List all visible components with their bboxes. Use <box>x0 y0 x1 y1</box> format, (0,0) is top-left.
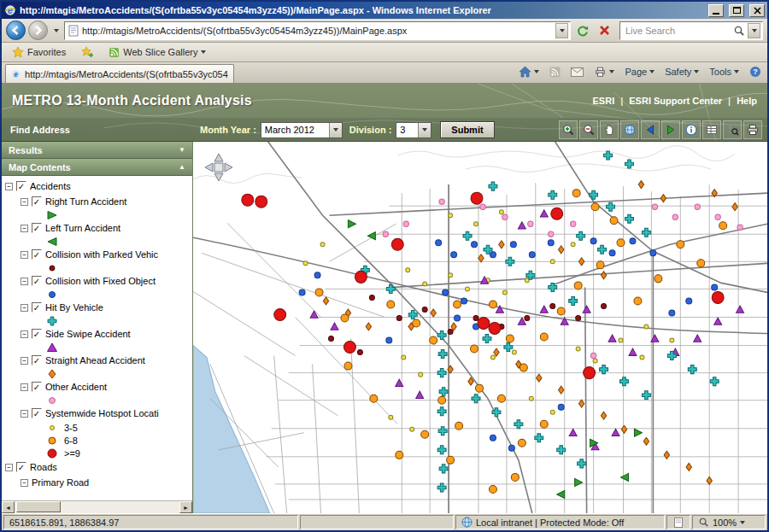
tool-previous-extent-button[interactable] <box>641 120 660 139</box>
zoom-control[interactable]: 100% <box>692 515 766 529</box>
collapse-up-icon[interactable]: ▲ <box>179 163 185 171</box>
scrollbar-track[interactable] <box>15 501 179 513</box>
tool-zoom-out-button[interactable] <box>579 120 598 139</box>
mail-icon <box>571 67 584 77</box>
tool-find-button[interactable] <box>723 120 742 139</box>
tool-print-button[interactable] <box>743 120 762 139</box>
tool-pan-button[interactable] <box>600 120 619 139</box>
accident-map[interactable] <box>193 142 767 513</box>
expander-icon[interactable]: − <box>21 198 28 206</box>
tree-item-primary-road[interactable]: −Primary Road <box>5 475 192 490</box>
results-panel-header[interactable]: Results ▼ <box>2 142 192 159</box>
pan-control[interactable] <box>203 152 234 183</box>
read-mail-button[interactable] <box>568 66 586 79</box>
tree-item-side-swipe-accident[interactable]: −✓Side Swipe Accident <box>5 326 192 342</box>
expander-icon[interactable]: − <box>21 278 28 285</box>
safety-menu-button[interactable]: Safety <box>662 65 701 79</box>
layer-checkbox[interactable]: ✓ <box>32 196 42 207</box>
refresh-icon <box>576 24 590 38</box>
page-menu-button[interactable]: Page <box>622 65 657 79</box>
layer-checkbox[interactable]: ✓ <box>32 355 42 365</box>
tree-item-roads[interactable]: −✓Roads <box>5 459 192 475</box>
tree-item-systemwide-hotspot-locati[interactable]: −✓Systemwide Hotspot Locati <box>5 406 192 421</box>
division-select[interactable]: 3 <box>396 122 431 138</box>
expander-icon[interactable]: − <box>21 357 28 365</box>
search-icon[interactable] <box>733 25 745 37</box>
layer-checkbox[interactable]: ✓ <box>16 462 26 472</box>
title-bar[interactable]: e http://mtagis/MetroAccidents/(S(ofrtba… <box>2 2 767 19</box>
address-dropdown-button[interactable] <box>555 23 568 38</box>
map-contents-panel-header[interactable]: Map Contents ▲ <box>2 159 192 176</box>
tree-item-hit-by-vehicle[interactable]: −✓Hit By Vehicle <box>5 300 192 315</box>
layer-checkbox[interactable]: ✓ <box>32 408 42 418</box>
tree-item-other-accident[interactable]: −✓Other Accident <box>5 379 192 395</box>
find-address-header[interactable]: Find Address <box>2 125 193 135</box>
scroll-left-icon[interactable]: ◄ <box>2 501 15 513</box>
search-box[interactable]: Live Search <box>619 21 763 40</box>
stop-button[interactable] <box>595 21 613 40</box>
back-button[interactable] <box>6 20 26 40</box>
expander-icon[interactable]: − <box>21 304 28 312</box>
expander-icon[interactable]: − <box>21 225 28 232</box>
history-dropdown[interactable] <box>50 21 62 40</box>
tool-full-extent-button[interactable] <box>620 120 639 139</box>
tree-item-left-turn-accident[interactable]: −✓Left Turn Accident <box>5 220 192 236</box>
marker-hotspot-6-8 <box>719 222 727 230</box>
marker-hotspot-9plus <box>712 291 724 303</box>
browser-tab[interactable]: e http://mtagis/MetroAccidents/(S(ofrtba… <box>5 64 234 83</box>
layer-checkbox[interactable]: ✓ <box>32 249 42 260</box>
combo-dropdown-button[interactable] <box>329 123 342 137</box>
layer-checkbox[interactable]: ✓ <box>32 329 42 339</box>
layer-checkbox[interactable]: ✓ <box>16 181 26 191</box>
expander-icon[interactable]: − <box>21 479 28 487</box>
map-viewport[interactable] <box>193 142 767 513</box>
tool-attributes-button[interactable] <box>702 120 721 139</box>
tree-item-accidents[interactable]: −✓Accidents <box>5 178 192 194</box>
month-year-select[interactable]: March 2012 <box>261 122 343 138</box>
header-link-help[interactable]: Help <box>737 96 757 106</box>
tab-favicon: e <box>11 69 21 79</box>
print-button[interactable] <box>591 64 617 79</box>
expander-icon[interactable]: − <box>21 251 28 259</box>
sidebar-horizontal-scrollbar[interactable]: ◄ ► <box>2 500 192 513</box>
tools-menu-button[interactable]: Tools <box>707 65 742 79</box>
close-button[interactable] <box>749 4 765 17</box>
web-slice-link[interactable]: Web Slice Gallery <box>103 45 211 60</box>
add-favorite-button[interactable] <box>76 44 98 60</box>
feeds-button[interactable] <box>547 65 563 79</box>
expander-icon[interactable]: − <box>5 464 13 471</box>
marker-hotspot-6-8 <box>315 289 323 296</box>
tree-item-straight-ahead-accident[interactable]: −✓Straight Ahead Accident <box>5 353 192 368</box>
layer-checkbox[interactable]: ✓ <box>32 382 42 392</box>
tool-identify-button[interactable] <box>682 120 701 139</box>
tree-item-collision-with-parked-vehic[interactable]: −✓Collision with Parked Vehic <box>5 247 192 262</box>
expander-icon[interactable]: − <box>21 383 28 391</box>
help-button[interactable]: ? <box>747 64 764 79</box>
tree-item-collision-with-fixed-object[interactable]: −✓Collision with Fixed Object <box>5 273 192 289</box>
header-link-esri[interactable]: ESRI <box>593 96 615 106</box>
layer-checkbox[interactable]: ✓ <box>32 302 42 313</box>
chevron-down-icon <box>534 70 539 73</box>
scroll-right-icon[interactable]: ► <box>179 501 192 513</box>
forward-button[interactable] <box>28 20 48 40</box>
search-dropdown-button[interactable] <box>748 23 760 38</box>
expander-icon[interactable]: − <box>21 330 28 338</box>
submit-button[interactable]: Submit <box>440 121 494 138</box>
favorites-button[interactable]: Favorites <box>7 44 71 60</box>
collapse-down-icon[interactable]: ▼ <box>179 146 185 154</box>
layer-checkbox[interactable]: ✓ <box>32 223 42 233</box>
tool-next-extent-button[interactable] <box>661 120 680 139</box>
address-bar[interactable]: http://mtagis/MetroAccidents/(S(ofrtba55… <box>64 21 571 40</box>
minimize-button[interactable] <box>708 4 724 17</box>
header-link-esri-support-center[interactable]: ESRI Support Center <box>629 96 722 106</box>
tool-zoom-in-button[interactable] <box>559 120 578 139</box>
expander-icon[interactable]: − <box>5 183 13 190</box>
combo-dropdown-button[interactable] <box>418 123 431 137</box>
maximize-button[interactable] <box>729 4 744 17</box>
layer-checkbox[interactable]: ✓ <box>32 276 42 286</box>
tree-item-right-turn-accident[interactable]: −✓Right Turn Accident <box>5 194 192 209</box>
expander-icon[interactable]: − <box>21 410 28 418</box>
scrollbar-thumb[interactable] <box>16 501 61 512</box>
refresh-button[interactable] <box>573 21 592 40</box>
home-button[interactable] <box>516 64 542 79</box>
